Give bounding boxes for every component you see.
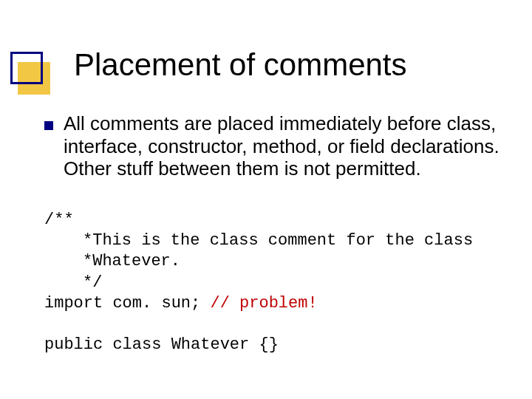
code-text: import com. sun; bbox=[44, 294, 210, 313]
code-block: /** *This is the class comment for the c… bbox=[44, 189, 502, 376]
code-line: import com. sun; // problem! bbox=[44, 294, 318, 313]
square-bullet-icon bbox=[44, 121, 53, 130]
slide-title: Placement of comments bbox=[74, 47, 407, 83]
slide: Placement of comments All comments are p… bbox=[0, 0, 532, 399]
slide-body: All comments are placed immediately befo… bbox=[44, 112, 502, 376]
code-line: */ bbox=[83, 273, 102, 292]
blank-line bbox=[44, 315, 54, 333]
navy-square-outline-icon bbox=[10, 52, 43, 84]
code-line: *This is the class comment for the class bbox=[83, 231, 473, 250]
code-line: *Whatever. bbox=[83, 252, 180, 270]
code-line: public class Whatever {} bbox=[44, 335, 279, 354]
bullet-item: All comments are placed immediately befo… bbox=[44, 112, 502, 180]
problem-comment: // problem! bbox=[210, 294, 317, 313]
code-line: /** bbox=[44, 211, 74, 229]
bullet-text: All comments are placed immediately befo… bbox=[64, 112, 502, 180]
